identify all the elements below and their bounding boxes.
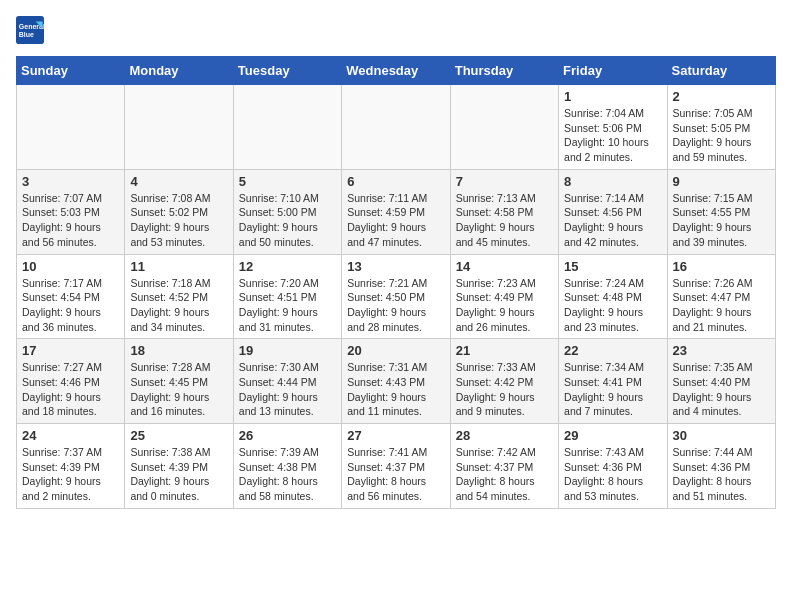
day-info: Sunrise: 7:05 AM Sunset: 5:05 PM Dayligh… <box>673 106 770 165</box>
day-number: 30 <box>673 428 770 443</box>
day-info: Sunrise: 7:43 AM Sunset: 4:36 PM Dayligh… <box>564 445 661 504</box>
calendar-day: 21Sunrise: 7:33 AM Sunset: 4:42 PM Dayli… <box>450 339 558 424</box>
calendar-day: 15Sunrise: 7:24 AM Sunset: 4:48 PM Dayli… <box>559 254 667 339</box>
weekday-monday: Monday <box>125 57 233 85</box>
day-number: 3 <box>22 174 119 189</box>
day-number: 5 <box>239 174 336 189</box>
day-number: 2 <box>673 89 770 104</box>
day-number: 23 <box>673 343 770 358</box>
calendar-day: 2Sunrise: 7:05 AM Sunset: 5:05 PM Daylig… <box>667 85 775 170</box>
calendar-day: 22Sunrise: 7:34 AM Sunset: 4:41 PM Dayli… <box>559 339 667 424</box>
weekday-tuesday: Tuesday <box>233 57 341 85</box>
calendar-day: 8Sunrise: 7:14 AM Sunset: 4:56 PM Daylig… <box>559 169 667 254</box>
day-number: 15 <box>564 259 661 274</box>
calendar-day: 7Sunrise: 7:13 AM Sunset: 4:58 PM Daylig… <box>450 169 558 254</box>
day-info: Sunrise: 7:20 AM Sunset: 4:51 PM Dayligh… <box>239 276 336 335</box>
day-info: Sunrise: 7:15 AM Sunset: 4:55 PM Dayligh… <box>673 191 770 250</box>
day-number: 6 <box>347 174 444 189</box>
svg-rect-0 <box>16 16 44 44</box>
calendar-day: 23Sunrise: 7:35 AM Sunset: 4:40 PM Dayli… <box>667 339 775 424</box>
day-info: Sunrise: 7:26 AM Sunset: 4:47 PM Dayligh… <box>673 276 770 335</box>
calendar-day: 4Sunrise: 7:08 AM Sunset: 5:02 PM Daylig… <box>125 169 233 254</box>
day-number: 16 <box>673 259 770 274</box>
calendar-day <box>450 85 558 170</box>
day-info: Sunrise: 7:39 AM Sunset: 4:38 PM Dayligh… <box>239 445 336 504</box>
calendar-day <box>125 85 233 170</box>
day-number: 24 <box>22 428 119 443</box>
day-info: Sunrise: 7:21 AM Sunset: 4:50 PM Dayligh… <box>347 276 444 335</box>
calendar-day: 12Sunrise: 7:20 AM Sunset: 4:51 PM Dayli… <box>233 254 341 339</box>
weekday-saturday: Saturday <box>667 57 775 85</box>
day-info: Sunrise: 7:31 AM Sunset: 4:43 PM Dayligh… <box>347 360 444 419</box>
day-number: 25 <box>130 428 227 443</box>
calendar-week-5: 24Sunrise: 7:37 AM Sunset: 4:39 PM Dayli… <box>17 424 776 509</box>
day-info: Sunrise: 7:23 AM Sunset: 4:49 PM Dayligh… <box>456 276 553 335</box>
logo: General Blue <box>16 16 48 44</box>
day-info: Sunrise: 7:41 AM Sunset: 4:37 PM Dayligh… <box>347 445 444 504</box>
calendar-day: 26Sunrise: 7:39 AM Sunset: 4:38 PM Dayli… <box>233 424 341 509</box>
day-info: Sunrise: 7:14 AM Sunset: 4:56 PM Dayligh… <box>564 191 661 250</box>
calendar-day: 18Sunrise: 7:28 AM Sunset: 4:45 PM Dayli… <box>125 339 233 424</box>
day-info: Sunrise: 7:04 AM Sunset: 5:06 PM Dayligh… <box>564 106 661 165</box>
day-info: Sunrise: 7:30 AM Sunset: 4:44 PM Dayligh… <box>239 360 336 419</box>
weekday-friday: Friday <box>559 57 667 85</box>
day-info: Sunrise: 7:35 AM Sunset: 4:40 PM Dayligh… <box>673 360 770 419</box>
day-number: 28 <box>456 428 553 443</box>
day-number: 4 <box>130 174 227 189</box>
day-info: Sunrise: 7:13 AM Sunset: 4:58 PM Dayligh… <box>456 191 553 250</box>
calendar-day: 24Sunrise: 7:37 AM Sunset: 4:39 PM Dayli… <box>17 424 125 509</box>
day-number: 9 <box>673 174 770 189</box>
calendar-week-1: 1Sunrise: 7:04 AM Sunset: 5:06 PM Daylig… <box>17 85 776 170</box>
day-number: 21 <box>456 343 553 358</box>
calendar-day <box>233 85 341 170</box>
weekday-wednesday: Wednesday <box>342 57 450 85</box>
day-number: 7 <box>456 174 553 189</box>
calendar-day: 27Sunrise: 7:41 AM Sunset: 4:37 PM Dayli… <box>342 424 450 509</box>
svg-text:Blue: Blue <box>19 31 34 38</box>
calendar-day: 19Sunrise: 7:30 AM Sunset: 4:44 PM Dayli… <box>233 339 341 424</box>
calendar-day: 9Sunrise: 7:15 AM Sunset: 4:55 PM Daylig… <box>667 169 775 254</box>
weekday-thursday: Thursday <box>450 57 558 85</box>
calendar-week-4: 17Sunrise: 7:27 AM Sunset: 4:46 PM Dayli… <box>17 339 776 424</box>
calendar-day: 3Sunrise: 7:07 AM Sunset: 5:03 PM Daylig… <box>17 169 125 254</box>
day-info: Sunrise: 7:24 AM Sunset: 4:48 PM Dayligh… <box>564 276 661 335</box>
day-number: 22 <box>564 343 661 358</box>
day-info: Sunrise: 7:44 AM Sunset: 4:36 PM Dayligh… <box>673 445 770 504</box>
calendar-day: 5Sunrise: 7:10 AM Sunset: 5:00 PM Daylig… <box>233 169 341 254</box>
day-number: 18 <box>130 343 227 358</box>
calendar-day <box>17 85 125 170</box>
calendar-week-3: 10Sunrise: 7:17 AM Sunset: 4:54 PM Dayli… <box>17 254 776 339</box>
day-info: Sunrise: 7:27 AM Sunset: 4:46 PM Dayligh… <box>22 360 119 419</box>
weekday-header-row: SundayMondayTuesdayWednesdayThursdayFrid… <box>17 57 776 85</box>
day-number: 1 <box>564 89 661 104</box>
logo-icon: General Blue <box>16 16 44 44</box>
calendar-day: 6Sunrise: 7:11 AM Sunset: 4:59 PM Daylig… <box>342 169 450 254</box>
day-info: Sunrise: 7:17 AM Sunset: 4:54 PM Dayligh… <box>22 276 119 335</box>
calendar-table: SundayMondayTuesdayWednesdayThursdayFrid… <box>16 56 776 509</box>
calendar-day <box>342 85 450 170</box>
calendar-day: 11Sunrise: 7:18 AM Sunset: 4:52 PM Dayli… <box>125 254 233 339</box>
weekday-sunday: Sunday <box>17 57 125 85</box>
day-info: Sunrise: 7:11 AM Sunset: 4:59 PM Dayligh… <box>347 191 444 250</box>
calendar-week-2: 3Sunrise: 7:07 AM Sunset: 5:03 PM Daylig… <box>17 169 776 254</box>
calendar-body: 1Sunrise: 7:04 AM Sunset: 5:06 PM Daylig… <box>17 85 776 509</box>
day-number: 14 <box>456 259 553 274</box>
day-number: 20 <box>347 343 444 358</box>
day-info: Sunrise: 7:42 AM Sunset: 4:37 PM Dayligh… <box>456 445 553 504</box>
day-number: 10 <box>22 259 119 274</box>
day-info: Sunrise: 7:33 AM Sunset: 4:42 PM Dayligh… <box>456 360 553 419</box>
calendar-day: 17Sunrise: 7:27 AM Sunset: 4:46 PM Dayli… <box>17 339 125 424</box>
day-number: 27 <box>347 428 444 443</box>
calendar-day: 28Sunrise: 7:42 AM Sunset: 4:37 PM Dayli… <box>450 424 558 509</box>
day-info: Sunrise: 7:38 AM Sunset: 4:39 PM Dayligh… <box>130 445 227 504</box>
day-number: 26 <box>239 428 336 443</box>
day-number: 29 <box>564 428 661 443</box>
day-number: 19 <box>239 343 336 358</box>
calendar-day: 13Sunrise: 7:21 AM Sunset: 4:50 PM Dayli… <box>342 254 450 339</box>
calendar-day: 16Sunrise: 7:26 AM Sunset: 4:47 PM Dayli… <box>667 254 775 339</box>
day-number: 13 <box>347 259 444 274</box>
day-number: 11 <box>130 259 227 274</box>
day-info: Sunrise: 7:10 AM Sunset: 5:00 PM Dayligh… <box>239 191 336 250</box>
day-info: Sunrise: 7:07 AM Sunset: 5:03 PM Dayligh… <box>22 191 119 250</box>
calendar-day: 14Sunrise: 7:23 AM Sunset: 4:49 PM Dayli… <box>450 254 558 339</box>
